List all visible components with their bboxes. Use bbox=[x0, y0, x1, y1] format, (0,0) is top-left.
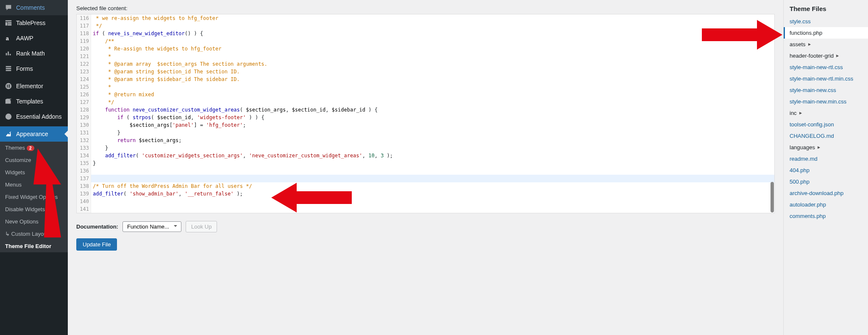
sidebar-item-aawp[interactable]: aAAWP bbox=[0, 31, 68, 46]
code-line[interactable]: 129 if ( strpos( $section_id, 'widgets-f… bbox=[77, 114, 774, 121]
theme-file-style-main-new-css[interactable]: style-main-new.css bbox=[784, 84, 868, 96]
update-file-button[interactable]: Update File bbox=[76, 238, 117, 251]
code-content: * we re-assign the widgets to hfg_footer bbox=[91, 14, 218, 22]
code-line[interactable]: 140 bbox=[77, 198, 774, 205]
code-line[interactable]: 121 * bbox=[77, 53, 774, 60]
lookup-button[interactable]: Look Up bbox=[186, 221, 217, 232]
submenu-item-neve-options[interactable]: Neve Options bbox=[0, 215, 68, 228]
update-badge: 2 bbox=[27, 145, 34, 151]
submenu-item-fixed-widget-options[interactable]: Fixed Widget Options bbox=[0, 191, 68, 203]
menu-label: Rank Math bbox=[16, 50, 45, 57]
appearance-icon bbox=[4, 130, 13, 138]
sidebar-item-templates[interactable]: Templates bbox=[0, 94, 68, 109]
submenu-item--custom-layouts[interactable]: ↳ Custom Layouts bbox=[0, 228, 68, 240]
code-content: } bbox=[91, 159, 96, 167]
code-line[interactable]: 138/* Turn off the WordPress Admin Bar f… bbox=[77, 182, 774, 190]
code-content bbox=[91, 205, 96, 213]
code-line[interactable]: 119 /** bbox=[77, 37, 774, 45]
theme-file-readme-md[interactable]: readme.md bbox=[784, 153, 868, 165]
code-line[interactable]: 122 * @param array $section_args The sec… bbox=[77, 60, 774, 68]
code-line[interactable]: 135} bbox=[77, 159, 774, 167]
line-number: 126 bbox=[77, 91, 91, 98]
submenu-item-customize[interactable]: Customize bbox=[0, 154, 68, 166]
sidebar-item-forms[interactable]: Forms bbox=[0, 61, 68, 76]
theme-file-toolset-config-json[interactable]: toolset-config.json bbox=[784, 119, 868, 130]
code-line[interactable]: 120 * Re-assign the widgets to hfg_foote… bbox=[77, 45, 774, 53]
sidebar-item-essential-addons[interactable]: Essential Addons bbox=[0, 109, 68, 124]
sidebar-item-rank-math[interactable]: Rank Math bbox=[0, 46, 68, 61]
theme-file-languages[interactable]: languages bbox=[784, 142, 868, 153]
code-line[interactable]: 125 * bbox=[77, 83, 774, 91]
theme-file-style-main-new-min-css[interactable]: style-main-new.min.css bbox=[784, 96, 868, 107]
line-number: 120 bbox=[77, 45, 91, 53]
code-line[interactable]: 116 * we re-assign the widgets to hfg_fo… bbox=[77, 14, 774, 22]
menu-label: Comments bbox=[16, 4, 45, 11]
editor-scrollbar[interactable] bbox=[771, 182, 774, 212]
menu-label: AAWP bbox=[16, 35, 33, 42]
submenu-item-menus[interactable]: Menus bbox=[0, 179, 68, 191]
code-line[interactable]: 133 } bbox=[77, 144, 774, 152]
line-number: 123 bbox=[77, 68, 91, 75]
svg-rect-5 bbox=[8, 87, 10, 88]
theme-file-assets[interactable]: assets bbox=[784, 39, 868, 50]
code-line[interactable]: 139add_filter( 'show_admin_bar', '__retu… bbox=[77, 190, 774, 198]
main-content: Selected file content: 116 * we re-assig… bbox=[68, 0, 783, 259]
menu-label: Appearance bbox=[16, 131, 48, 137]
code-line[interactable]: 127 */ bbox=[77, 98, 774, 106]
theme-file-style-main-new-rtl-css[interactable]: style-main-new-rtl.css bbox=[784, 61, 868, 73]
code-line[interactable]: 130 $section_args['panel'] = 'hfg_footer… bbox=[77, 121, 774, 129]
code-line[interactable]: 134 add_filter( 'customizer_widgets_sect… bbox=[77, 152, 774, 159]
code-content: * Re-assign the widgets to hfg_footer bbox=[91, 45, 221, 53]
sidebar-item-elementor[interactable]: Elementor bbox=[0, 78, 68, 94]
code-line[interactable]: 118if ( neve_is_new_widget_editor() ) { bbox=[77, 30, 774, 37]
line-number: 118 bbox=[77, 30, 91, 37]
code-content: } bbox=[91, 129, 120, 137]
line-number: 136 bbox=[77, 167, 91, 175]
theme-files-panel: Theme Files style.cssfunctions.phpassets… bbox=[783, 0, 868, 259]
menu-label: TablePress bbox=[16, 20, 45, 26]
menu-label: Forms bbox=[16, 65, 33, 72]
line-number: 119 bbox=[77, 37, 91, 45]
theme-file-style-css[interactable]: style.css bbox=[784, 16, 868, 27]
theme-file-comments-php[interactable]: comments.php bbox=[784, 210, 868, 222]
submenu-item-theme-file-editor[interactable]: Theme File Editor bbox=[0, 240, 68, 252]
code-editor[interactable]: 116 * we re-assign the widgets to hfg_fo… bbox=[76, 14, 775, 213]
code-line[interactable]: 132 return $section_args; bbox=[77, 137, 774, 144]
theme-file-functions-php[interactable]: functions.php bbox=[784, 27, 868, 39]
forms-icon bbox=[4, 64, 13, 73]
submenu-item-disable-widgets[interactable]: Disable Widgets bbox=[0, 203, 68, 215]
sidebar-item-tablepress[interactable]: TablePress bbox=[0, 15, 68, 31]
submenu-item-widgets[interactable]: Widgets bbox=[0, 166, 68, 179]
theme-file-inc[interactable]: inc bbox=[784, 107, 868, 119]
line-number: 117 bbox=[77, 22, 91, 30]
code-line[interactable]: 137 bbox=[77, 175, 774, 182]
theme-file-500-php[interactable]: 500.php bbox=[784, 176, 868, 187]
theme-file-style-main-new-rtl-min-css[interactable]: style-main-new-rtl.min.css bbox=[784, 73, 868, 84]
code-content: /** bbox=[91, 37, 114, 45]
code-content: $section_args['panel'] = 'hfg_footer'; bbox=[91, 121, 246, 129]
code-line[interactable]: 136 bbox=[77, 167, 774, 175]
amazon-icon: a bbox=[4, 34, 13, 42]
function-select[interactable]: Function Name... bbox=[122, 221, 181, 232]
code-content: /* Turn off the WordPress Admin Bar for … bbox=[91, 182, 252, 190]
menu-label: Elementor bbox=[16, 83, 43, 89]
theme-file-changelog-md[interactable]: CHANGELOG.md bbox=[784, 130, 868, 142]
theme-file-archive-download-php[interactable]: archive-download.php bbox=[784, 187, 868, 199]
line-number: 137 bbox=[77, 175, 91, 182]
code-line[interactable]: 128 function neve_customizer_custom_widg… bbox=[77, 106, 774, 114]
code-line[interactable]: 124 * @param string $sidebar_id The side… bbox=[77, 75, 774, 83]
theme-file-autoloader-php[interactable]: autoloader.php bbox=[784, 199, 868, 210]
sidebar-item-appearance[interactable]: Appearance bbox=[0, 126, 68, 142]
code-line[interactable]: 117 */ bbox=[77, 22, 774, 30]
code-line[interactable]: 131 } bbox=[77, 129, 774, 137]
theme-file-404-php[interactable]: 404.php bbox=[784, 165, 868, 176]
line-number: 127 bbox=[77, 98, 91, 106]
code-content: * @param string $section_id The section … bbox=[91, 68, 240, 75]
theme-file-header-footer-grid[interactable]: header-footer-grid bbox=[784, 50, 868, 61]
code-line[interactable]: 126 * @return mixed bbox=[77, 91, 774, 98]
line-number: 132 bbox=[77, 137, 91, 144]
submenu-item-themes[interactable]: Themes2 bbox=[0, 142, 68, 154]
sidebar-item-comments[interactable]: Comments bbox=[0, 0, 68, 15]
code-line[interactable]: 123 * @param string $section_id The sect… bbox=[77, 68, 774, 75]
code-line[interactable]: 141 bbox=[77, 205, 774, 213]
